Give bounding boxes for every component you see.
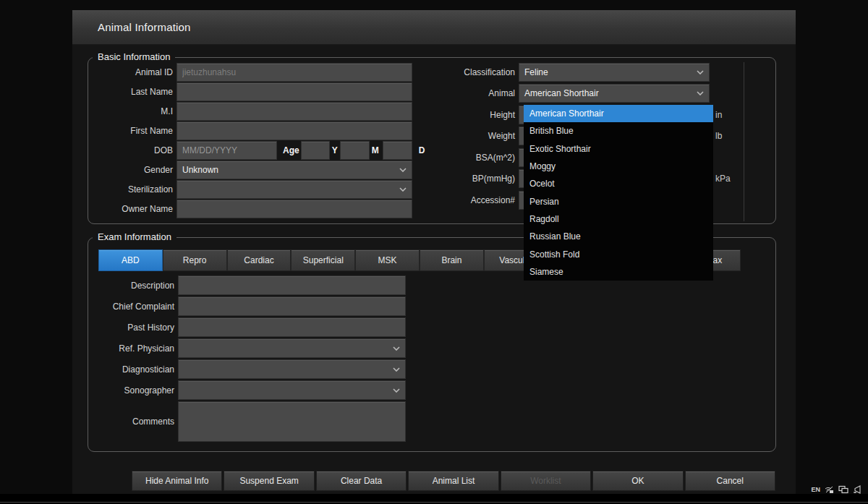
animal-id-input[interactable]: [177, 64, 412, 81]
mi-input[interactable]: [177, 103, 412, 120]
animal-option[interactable]: Scottish Fold: [524, 245, 713, 262]
bp-label: BP(mmHg): [433, 174, 519, 184]
animal-option[interactable]: Exotic Shorthair: [524, 140, 713, 158]
animal-option[interactable]: Moggy: [524, 158, 713, 175]
mi-row: M.I: [80, 103, 412, 120]
gender-value: Unknown: [182, 165, 218, 175]
diagnostician-select[interactable]: [179, 360, 405, 378]
ref-physician-row: Ref. Physician: [80, 339, 420, 357]
description-label: Description: [80, 281, 179, 291]
tab-repro[interactable]: Repro: [163, 250, 226, 270]
dob-label: DOB: [80, 145, 177, 155]
sonographer-select[interactable]: [179, 381, 405, 399]
tab-superficial[interactable]: Superficial: [292, 250, 354, 270]
comments-row: Comments: [80, 402, 420, 441]
chief-complaint-input[interactable]: [179, 297, 405, 315]
chevron-down-icon: [399, 168, 407, 172]
basic-information-legend: Basic Information: [93, 52, 175, 62]
ref-physician-select[interactable]: [179, 339, 405, 357]
dob-row: DOB Age Y M D: [80, 142, 427, 159]
comments-label: Comments: [80, 417, 179, 427]
hide-animal-info-button[interactable]: Hide Animal Info: [132, 471, 221, 490]
animal-id-label: Animal ID: [80, 67, 177, 77]
animal-option[interactable]: American Shorthair: [524, 105, 713, 122]
last-name-row: Last Name: [80, 83, 412, 101]
screen-bottom-edge: [0, 502, 868, 503]
animal-option[interactable]: British Blue: [524, 122, 713, 140]
animal-value: American Shorthair: [524, 88, 599, 98]
past-history-label: Past History: [80, 323, 179, 333]
bottom-strip: [0, 494, 868, 504]
suspend-exam-button[interactable]: Suspend Exam: [224, 471, 313, 490]
height-label: Height: [433, 110, 519, 120]
animal-list-button[interactable]: Animal List: [409, 471, 498, 490]
bsa-label: BSA(m^2): [433, 153, 519, 163]
animal-id-row: Animal ID: [80, 64, 412, 81]
chevron-down-icon: [393, 388, 400, 393]
animal-label: Animal: [433, 88, 519, 98]
sterilization-row: Sterilization: [80, 181, 412, 198]
diagnostician-row: Diagnostician: [80, 360, 420, 378]
animal-select[interactable]: American Shorthair: [519, 85, 709, 102]
animal-option[interactable]: Siamese: [524, 263, 713, 281]
animal-option[interactable]: Persian: [524, 192, 713, 210]
owner-name-input[interactable]: [177, 200, 412, 218]
sonographer-label: Sonographer: [80, 385, 179, 396]
days-unit-label: D: [419, 145, 425, 155]
months-unit-label: M: [372, 145, 379, 155]
first-name-input[interactable]: [177, 122, 412, 140]
tab-abd[interactable]: ABD: [99, 250, 162, 270]
clear-data-button[interactable]: Clear Data: [317, 471, 406, 490]
past-history-input[interactable]: [179, 318, 405, 336]
age-months-input[interactable]: [341, 142, 369, 159]
exam-information-legend: Exam Information: [93, 232, 176, 242]
years-unit-label: Y: [332, 145, 338, 155]
comments-textarea[interactable]: [179, 402, 405, 441]
gender-label: Gender: [80, 165, 177, 175]
description-input[interactable]: [179, 276, 405, 294]
animal-information-dialog: Animal Information Basic Information Ani…: [72, 10, 796, 494]
dialog-titlebar: Animal Information: [72, 10, 796, 45]
age-years-input[interactable]: [302, 142, 329, 159]
dialog-title: Animal Information: [98, 10, 191, 45]
gender-row: Gender Unknown: [80, 161, 412, 179]
accession-label: Accession#: [433, 195, 519, 205]
last-name-input[interactable]: [177, 83, 412, 101]
age-label: Age: [283, 145, 299, 155]
bp-unit-label: kPa: [715, 174, 731, 184]
dual-display-icon: [838, 485, 848, 494]
chevron-down-icon: [697, 91, 704, 95]
cancel-button[interactable]: Cancel: [686, 471, 775, 490]
classification-select[interactable]: Feline: [519, 64, 709, 81]
chevron-down-icon: [697, 70, 704, 74]
age-days-input[interactable]: [383, 142, 412, 159]
chief-complaint-label: Chief Complaint: [80, 302, 179, 312]
wireless-network-icon: [825, 485, 834, 494]
tab-brain[interactable]: Brain: [420, 250, 483, 270]
animal-option[interactable]: Ragdoll: [524, 210, 713, 228]
tab-cardiac[interactable]: Cardiac: [228, 250, 291, 270]
last-name-label: Last Name: [80, 87, 177, 97]
dob-date-input[interactable]: [177, 142, 276, 159]
ok-button[interactable]: OK: [593, 471, 682, 490]
classification-value: Feline: [524, 67, 548, 77]
owner-name-row: Owner Name: [80, 200, 412, 218]
animal-option[interactable]: Russian Blue: [524, 228, 713, 245]
mi-label: M.I: [80, 106, 177, 116]
animal-dropdown-list: American Shorthair British Blue Exotic S…: [524, 105, 713, 281]
gender-select[interactable]: Unknown: [177, 161, 412, 179]
column-divider: [744, 62, 744, 221]
status-indicators: EN: [811, 484, 861, 495]
sterilization-select[interactable]: [177, 181, 412, 198]
weight-unit-label: lb: [715, 131, 722, 141]
height-unit-label: in: [715, 110, 722, 120]
owner-name-label: Owner Name: [80, 204, 177, 214]
chevron-down-icon: [393, 367, 400, 372]
animal-option[interactable]: Ocelot: [524, 175, 713, 192]
description-row: Description: [80, 276, 420, 294]
animal-row: Animal American Shorthair: [433, 85, 744, 102]
classification-label: Classification: [433, 67, 519, 77]
ref-physician-label: Ref. Physician: [80, 343, 179, 354]
speaker-icon: [853, 485, 861, 494]
tab-msk[interactable]: MSK: [356, 250, 419, 270]
